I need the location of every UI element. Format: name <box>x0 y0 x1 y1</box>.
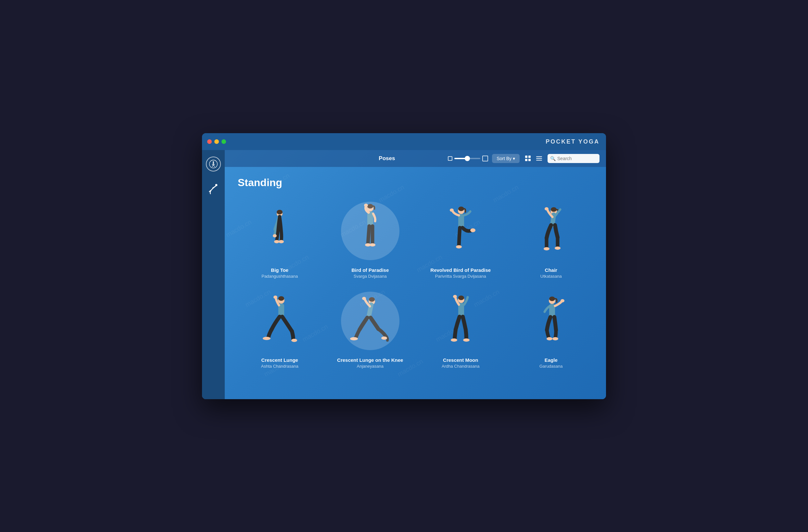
poses-area[interactable]: macdo.cn macdo.cn macdo.cn macdo.cn macd… <box>225 167 606 399</box>
page-title: Poses <box>336 155 438 162</box>
svg-point-45 <box>362 297 366 300</box>
sidebar-item-sequence[interactable] <box>206 181 221 196</box>
svg-point-42 <box>291 339 297 342</box>
main-area: Poses Sort By ▾ <box>202 150 606 399</box>
pose-sanskrit-revolved-bird: Parivritta Svarga Dvijasana <box>435 274 486 279</box>
pose-figure-bird-of-paradise <box>334 199 406 263</box>
svg-point-57 <box>561 299 565 302</box>
pose-figure-chair <box>515 199 587 263</box>
pose-card-crescent-lunge-knee[interactable]: Crescent Lunge on the Knee Anjaneyasana <box>328 289 412 369</box>
svg-point-35 <box>544 247 550 251</box>
svg-line-3 <box>213 165 214 166</box>
pose-card-crescent-moon[interactable]: Crescent Moon Ardha Chandrasana <box>419 289 503 369</box>
svg-point-43 <box>369 298 375 305</box>
grid-icon <box>525 155 531 162</box>
pose-sanskrit-bird-of-paradise: Svarga Dvijasana <box>354 274 387 279</box>
poses-grid: Big Toe Padangushthasana <box>238 199 593 369</box>
size-slider[interactable] <box>454 158 480 159</box>
pose-name-revolved-bird: Revolved Bird of Paradise <box>430 267 491 273</box>
size-small-icon <box>448 156 453 161</box>
svg-rect-22 <box>367 212 373 226</box>
svg-point-44 <box>369 297 375 302</box>
svg-rect-14 <box>536 160 542 161</box>
sort-button[interactable]: Sort By ▾ <box>492 154 520 163</box>
pose-card-crescent-lunge[interactable]: Crescent Lunge Ashta Chandrasana <box>238 289 322 369</box>
grid-view-button[interactable] <box>524 154 533 163</box>
pose-card-revolved-bird[interactable]: Revolved Bird of Paradise Parivritta Sva… <box>419 199 503 279</box>
svg-point-27 <box>458 206 464 211</box>
pose-card-big-toe[interactable]: Big Toe Padangushthasana <box>238 199 322 279</box>
svg-point-38 <box>278 296 284 301</box>
list-view-button[interactable] <box>535 154 544 163</box>
pose-sanskrit-big-toe: Padangushthasana <box>261 274 298 279</box>
revolved-bird-figure <box>438 202 483 260</box>
maximize-button[interactable] <box>221 139 226 144</box>
bird-of-paradise-figure <box>349 200 391 262</box>
svg-point-49 <box>458 296 464 300</box>
sidebar-item-poses[interactable] <box>206 157 221 171</box>
svg-line-4 <box>213 165 215 166</box>
pose-figure-revolved-bird <box>425 199 496 263</box>
svg-point-19 <box>273 234 277 237</box>
sequence-icon <box>207 183 219 195</box>
size-slider-group <box>448 155 488 161</box>
svg-point-46 <box>350 337 358 341</box>
svg-point-47 <box>381 336 387 340</box>
svg-point-17 <box>279 240 284 243</box>
search-wrapper: 🔍 <box>548 154 600 163</box>
close-button[interactable] <box>207 139 212 144</box>
pose-sanskrit-crescent-lunge: Ashta Chandrasana <box>261 364 298 369</box>
pose-name-crescent-lunge-knee: Crescent Lunge on the Knee <box>337 357 403 363</box>
logo-prefix: POCKET <box>546 138 579 145</box>
content-area: Poses Sort By ▾ <box>225 150 606 399</box>
pose-sanskrit-crescent-moon: Ardha Chandrasana <box>442 364 479 369</box>
eagle-figure <box>533 292 569 350</box>
slider-thumb <box>465 156 470 161</box>
list-icon <box>536 155 543 162</box>
poses-icon <box>209 160 218 169</box>
view-buttons <box>524 154 544 163</box>
crescent-moon-figure <box>441 291 480 351</box>
pose-name-bird-of-paradise: Bird of Paradise <box>351 267 389 273</box>
svg-point-18 <box>274 240 279 243</box>
pose-card-eagle[interactable]: Eagle Garudasana <box>509 289 593 369</box>
svg-rect-8 <box>525 155 528 158</box>
toolbar: Poses Sort By ▾ <box>225 150 606 167</box>
traffic-lights <box>207 139 226 144</box>
pose-figure-crescent-moon <box>425 289 496 353</box>
svg-point-36 <box>555 246 561 250</box>
svg-rect-11 <box>528 159 531 161</box>
pose-figure-eagle <box>515 289 587 353</box>
pose-name-eagle: Eagle <box>545 357 557 363</box>
svg-point-20 <box>367 205 373 212</box>
chair-figure <box>532 202 571 259</box>
logo-main: YOGA <box>579 138 600 145</box>
svg-rect-13 <box>536 158 542 159</box>
pose-name-crescent-lunge: Crescent Lunge <box>261 357 298 363</box>
svg-point-59 <box>552 337 558 341</box>
svg-point-16 <box>277 210 282 214</box>
pose-sanskrit-chair: Utkatasana <box>540 274 562 279</box>
pose-card-bird-of-paradise[interactable]: Bird of Paradise Svarga Dvijasana <box>328 199 412 279</box>
pose-sanskrit-crescent-lunge-knee: Anjaneyasana <box>357 364 384 369</box>
svg-point-21 <box>367 204 373 208</box>
size-large-icon <box>482 155 488 161</box>
app-logo: POCKET YOGA <box>546 138 600 145</box>
svg-point-31 <box>456 245 462 249</box>
svg-point-52 <box>451 338 457 342</box>
svg-point-23 <box>364 204 368 207</box>
sidebar <box>202 150 225 399</box>
svg-point-58 <box>547 337 552 341</box>
svg-point-41 <box>263 337 271 340</box>
svg-point-29 <box>450 208 454 212</box>
svg-point-40 <box>273 296 277 299</box>
pose-card-chair[interactable]: Chair Utkatasana <box>509 199 593 279</box>
section-title: Standing <box>238 177 593 189</box>
svg-point-25 <box>370 243 375 246</box>
pose-name-chair: Chair <box>545 267 557 273</box>
minimize-button[interactable] <box>214 139 219 144</box>
app-window: POCKET YOGA <box>202 133 606 399</box>
big-toe-figure <box>262 203 297 258</box>
svg-point-51 <box>453 295 457 298</box>
search-input[interactable] <box>548 154 600 163</box>
